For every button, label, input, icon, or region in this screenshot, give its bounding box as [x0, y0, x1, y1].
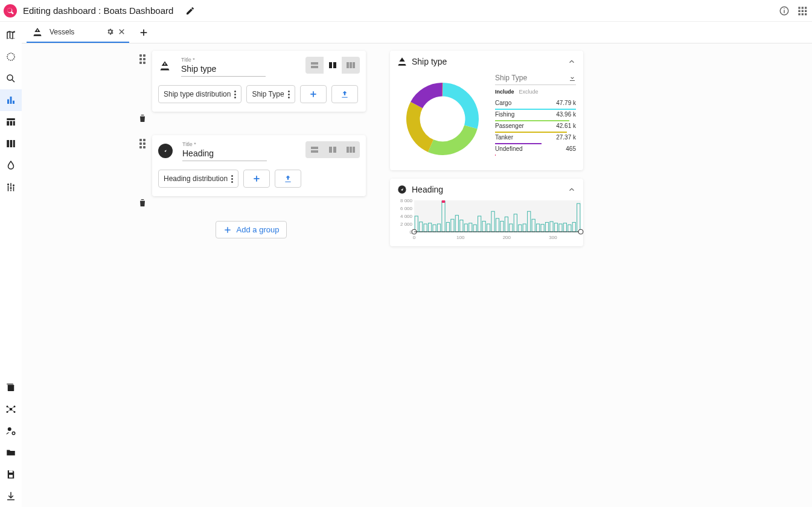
- collapse-icon[interactable]: [567, 185, 576, 194]
- legend-title: Ship Type: [495, 74, 527, 82]
- sidebar-folder-icon[interactable]: [0, 442, 22, 464]
- tab-close-icon[interactable]: [118, 28, 126, 36]
- sidebar-library-icon[interactable]: [0, 377, 22, 398]
- chip-label: Ship Type: [252, 90, 284, 98]
- drag-handle-icon[interactable]: [139, 139, 145, 148]
- add-widget-button[interactable]: [243, 170, 270, 188]
- svg-point-44: [12, 432, 15, 435]
- add-widget-button[interactable]: [300, 85, 327, 103]
- sidebar-drop-icon[interactable]: [0, 155, 22, 176]
- add-tab-button[interactable]: [133, 22, 155, 43]
- layout-three-col-icon[interactable]: [342, 141, 360, 158]
- svg-text:8 000: 8 000: [400, 198, 413, 203]
- legend-item[interactable]: Cargo47.79 k: [495, 98, 576, 110]
- preview-panel-ship-type: Ship type Ship Type: [390, 51, 583, 170]
- collapse-icon[interactable]: [567, 57, 576, 66]
- drag-handle-icon[interactable]: [139, 54, 145, 64]
- donut-chart: [397, 74, 488, 164]
- svg-rect-64: [333, 147, 336, 153]
- layout-two-col-icon[interactable]: [324, 57, 342, 74]
- download-icon[interactable]: [569, 74, 576, 81]
- svg-rect-3: [798, 7, 800, 8]
- layout-one-col-icon[interactable]: [305, 141, 324, 158]
- delete-card-icon[interactable]: [138, 113, 147, 123]
- edit-title-icon[interactable]: [184, 5, 196, 17]
- legend-item[interactable]: Fishing43.96 k: [495, 110, 576, 121]
- apps-grid-icon[interactable]: [796, 5, 808, 17]
- sidebar-time-icon[interactable]: [0, 46, 22, 68]
- svg-rect-11: [805, 13, 807, 15]
- svg-rect-56: [350, 62, 352, 68]
- svg-line-40: [11, 407, 14, 410]
- upload-widget-button[interactable]: [331, 85, 358, 103]
- more-vert-icon[interactable]: [288, 91, 290, 98]
- legend-item[interactable]: Passenger42.61 k: [495, 121, 576, 133]
- svg-rect-32: [7, 385, 14, 392]
- sidebar-graph-icon[interactable]: [0, 398, 22, 420]
- svg-text:6 000: 6 000: [400, 206, 413, 211]
- svg-rect-33: [7, 383, 13, 384]
- sidebar-sliders-icon[interactable]: [0, 176, 22, 198]
- legend-tab-include[interactable]: Include: [495, 89, 514, 95]
- svg-rect-63: [329, 147, 332, 153]
- left-sidebar: [0, 22, 22, 507]
- layout-three-col-icon[interactable]: [342, 57, 360, 74]
- legend-tab-exclude[interactable]: Exclude: [519, 89, 539, 95]
- svg-rect-24: [13, 140, 14, 147]
- legend-item[interactable]: Tanker27.37 k: [495, 133, 576, 144]
- heading-bar-chart: 02 0004 0006 0008 0000100200300: [397, 194, 576, 240]
- svg-rect-31: [13, 187, 14, 191]
- svg-rect-51: [311, 62, 318, 65]
- widget-chip[interactable]: Heading distribution: [158, 170, 238, 188]
- svg-text:0: 0: [413, 235, 416, 240]
- widget-chip[interactable]: Ship Type: [246, 85, 295, 103]
- tab-settings-icon[interactable]: [106, 28, 114, 36]
- more-vert-icon[interactable]: [234, 91, 236, 98]
- upload-widget-button[interactable]: [275, 170, 301, 188]
- chip-label: Ship type distribution: [164, 90, 231, 98]
- svg-rect-62: [311, 150, 318, 153]
- info-icon[interactable]: [778, 5, 790, 17]
- svg-line-42: [11, 409, 14, 412]
- svg-rect-16: [10, 97, 11, 104]
- svg-point-2: [784, 8, 785, 9]
- sidebar-map-icon[interactable]: [0, 24, 22, 46]
- layout-one-col-icon[interactable]: [305, 57, 324, 74]
- svg-rect-45: [9, 470, 13, 473]
- sidebar-table-icon[interactable]: [0, 111, 22, 133]
- svg-line-39: [7, 407, 11, 410]
- svg-rect-6: [798, 10, 800, 11]
- sidebar-save-icon[interactable]: [0, 464, 22, 485]
- svg-rect-65: [347, 147, 349, 153]
- sidebar-columns-icon[interactable]: [0, 133, 22, 155]
- group-card-heading: Title * Heading distribution: [152, 135, 366, 196]
- svg-rect-18: [7, 118, 15, 120]
- layout-two-col-icon[interactable]: [324, 141, 342, 158]
- svg-point-13: [7, 75, 13, 80]
- add-group-button[interactable]: Add a group: [216, 221, 287, 238]
- title-field-label: Title *: [181, 57, 296, 63]
- sidebar-download-icon[interactable]: [0, 485, 22, 507]
- group-title-input[interactable]: [181, 63, 266, 77]
- delete-card-icon[interactable]: [138, 198, 147, 208]
- svg-rect-57: [353, 62, 355, 68]
- sidebar-dashboard-icon[interactable]: [0, 89, 22, 111]
- chip-label: Heading distribution: [164, 174, 228, 183]
- legend-item[interactable]: Undefined465: [495, 144, 576, 156]
- sidebar-search-icon[interactable]: [0, 68, 22, 89]
- svg-rect-17: [13, 101, 14, 104]
- more-vert-icon[interactable]: [231, 175, 233, 183]
- dashboard-tabs: Vessels: [22, 22, 812, 43]
- sidebar-user-settings-icon[interactable]: [0, 420, 22, 442]
- svg-text:200: 200: [503, 235, 511, 240]
- tab-vessels[interactable]: Vessels: [27, 22, 129, 43]
- svg-rect-10: [802, 13, 804, 15]
- svg-rect-116: [442, 200, 445, 203]
- widget-chip[interactable]: Ship type distribution: [158, 85, 241, 103]
- app-logo: [4, 4, 17, 18]
- svg-rect-28: [10, 183, 11, 187]
- compass-icon: [158, 144, 173, 158]
- boat-icon: [397, 57, 407, 66]
- svg-point-27: [10, 187, 11, 189]
- group-title-input[interactable]: [182, 147, 267, 161]
